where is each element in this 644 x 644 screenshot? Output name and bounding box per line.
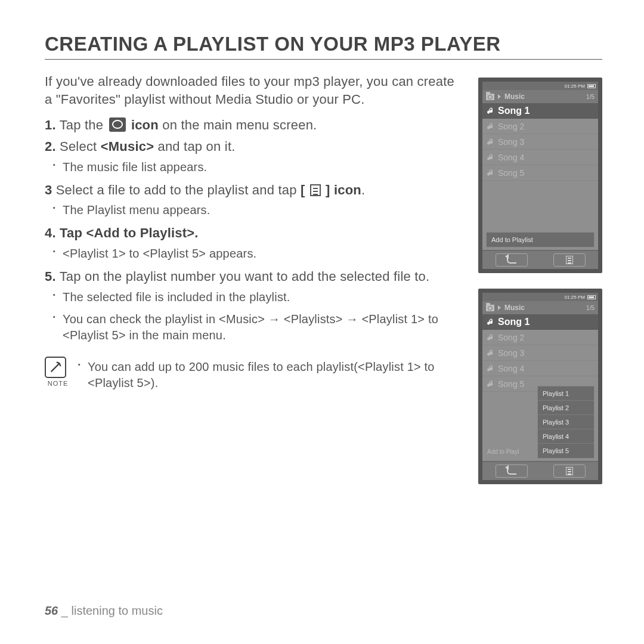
back-button[interactable]	[496, 465, 528, 478]
device-navbar	[482, 250, 598, 269]
song-row[interactable]: Song 5	[482, 165, 598, 181]
song-row[interactable]: Song 2	[482, 119, 598, 134]
status-bar: 01:25 PM	[482, 82, 598, 90]
playlist-option[interactable]: Playlist 3	[538, 415, 594, 429]
step-4: 4. Tap <Add to Playlist>.	[45, 224, 464, 242]
song-row[interactable]: Song 2	[482, 330, 598, 345]
music-note-icon	[487, 154, 494, 161]
add-to-playlist-popup[interactable]: Add to Playlist	[486, 232, 595, 247]
music-note-icon	[487, 365, 494, 372]
playlist-option[interactable]: Playlist 1	[538, 386, 594, 401]
music-note-icon	[487, 318, 494, 326]
page-count: 1/5	[586, 94, 595, 100]
page-count: 1/5	[586, 305, 595, 311]
note-text: You can add up to 200 music files to eac…	[88, 359, 464, 391]
playlist-option[interactable]: Playlist 2	[538, 401, 594, 415]
menu-button[interactable]	[553, 465, 586, 478]
step-3: 3 Select a file to add to the playlist a…	[45, 181, 464, 199]
status-time: 01:25 PM	[565, 83, 585, 89]
menu-icon	[310, 184, 321, 196]
song-row[interactable]: Song 4	[482, 150, 598, 165]
header-label: Music	[504, 304, 525, 312]
menu-list-icon	[566, 256, 573, 264]
song-row[interactable]: Song 4	[482, 361, 598, 376]
header-label: Music	[504, 92, 525, 101]
device-navbar	[482, 461, 598, 480]
song-row[interactable]: Song 3	[482, 134, 598, 150]
status-bar: 01:25 PM	[482, 293, 598, 301]
back-button[interactable]	[496, 253, 528, 267]
intro-text: If you've already downloaded files to yo…	[45, 73, 464, 108]
step-1: 1. Tap the icon on the main menu screen.	[45, 116, 464, 134]
back-arrow-icon	[507, 467, 516, 475]
song-row-selected[interactable]: Song 1	[482, 103, 598, 119]
step-3-sub: The Playlist menu appears.	[63, 202, 464, 218]
music-note-icon	[487, 169, 494, 177]
folder-search-icon	[486, 94, 494, 100]
music-note-icon	[487, 334, 494, 341]
music-note-icon	[487, 138, 494, 145]
step-5-sub2: You can check the playlist in <Music> → …	[63, 311, 464, 343]
status-time: 01:25 PM	[565, 295, 585, 300]
page-number: 56	[45, 604, 58, 617]
playlist-option[interactable]: Playlist 4	[538, 429, 594, 444]
add-to-playlist-label-behind: Add to Playl	[486, 444, 541, 459]
playlist-select-menu: Playlist 1 Playlist 2 Playlist 3 Playlis…	[537, 386, 595, 459]
note-icon	[45, 357, 66, 378]
breadcrumb-arrow-icon	[498, 305, 501, 310]
section-name: listening to music	[72, 604, 163, 617]
battery-icon	[587, 295, 596, 299]
step-5: 5. Tap on the playlist number you want t…	[45, 268, 464, 286]
music-note-icon	[487, 123, 494, 130]
music-note-icon	[487, 380, 494, 388]
back-arrow-icon	[507, 256, 516, 264]
file-browser-icon	[109, 117, 126, 132]
menu-button[interactable]	[553, 253, 586, 267]
step-2-sub: The music file list appears.	[63, 159, 464, 175]
menu-list-icon	[566, 467, 573, 475]
folder-search-icon	[486, 305, 494, 311]
device-header: Music 1/5	[482, 90, 598, 103]
step-2: 2. Select <Music> and tap on it.	[45, 138, 464, 156]
playlist-option[interactable]: Playlist 5	[538, 444, 594, 458]
page-title: CREATING A PLAYLIST ON YOUR MP3 PLAYER	[45, 33, 602, 60]
step-4-sub: <Playlist 1> to <Playlist 5> appears.	[63, 246, 464, 262]
device-header: Music 1/5	[482, 301, 598, 314]
device-screenshot-2: 01:25 PM Music 1/5 Song 1 Song 2 Song 3	[478, 289, 602, 484]
device-screenshot-1: 01:25 PM Music 1/5 Song 1 Song 2 Song 3	[478, 78, 602, 273]
page-footer: 56 _ listening to music	[45, 604, 163, 618]
music-note-icon	[487, 349, 494, 357]
battery-icon	[587, 84, 596, 88]
song-row-selected[interactable]: Song 1	[482, 314, 598, 330]
step-5-sub1: The selected file is included in the pla…	[63, 289, 464, 305]
instruction-column: If you've already downloaded files to yo…	[45, 73, 464, 500]
breadcrumb-arrow-icon	[498, 94, 501, 99]
note-row: NOTE You can add up to 200 music files t…	[45, 357, 464, 397]
note-label: NOTE	[45, 379, 71, 388]
song-row[interactable]: Song 3	[482, 345, 598, 361]
music-note-icon	[487, 107, 494, 114]
